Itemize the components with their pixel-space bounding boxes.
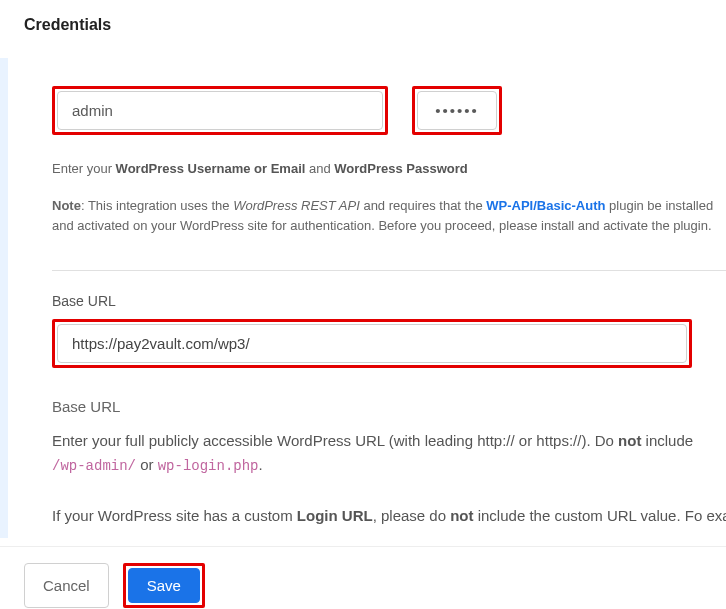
save-button[interactable]: Save: [128, 568, 200, 603]
cancel-button[interactable]: Cancel: [24, 563, 109, 608]
baseurl-input[interactable]: [57, 324, 687, 363]
baseurl-custom-note: If your WordPress site has a custom Logi…: [52, 504, 726, 538]
section-divider: [52, 270, 726, 271]
password-input[interactable]: [417, 91, 497, 130]
baseurl-label: Base URL: [52, 293, 726, 309]
save-highlight: Save: [123, 563, 205, 608]
baseurl-description: Enter your full publicly accessible Word…: [52, 429, 726, 477]
page-title: Credentials: [24, 16, 702, 34]
username-highlight: [52, 86, 388, 135]
plugin-link[interactable]: WP-API/Basic-Auth: [486, 198, 605, 213]
baseurl-highlight: [52, 319, 692, 368]
baseurl-sublabel: Base URL: [52, 398, 726, 415]
username-input[interactable]: [57, 91, 383, 130]
password-highlight: [412, 86, 502, 135]
credentials-hint: Enter your WordPress Username or Email a…: [52, 161, 726, 176]
api-note: Note: This integration uses the WordPres…: [52, 196, 726, 270]
